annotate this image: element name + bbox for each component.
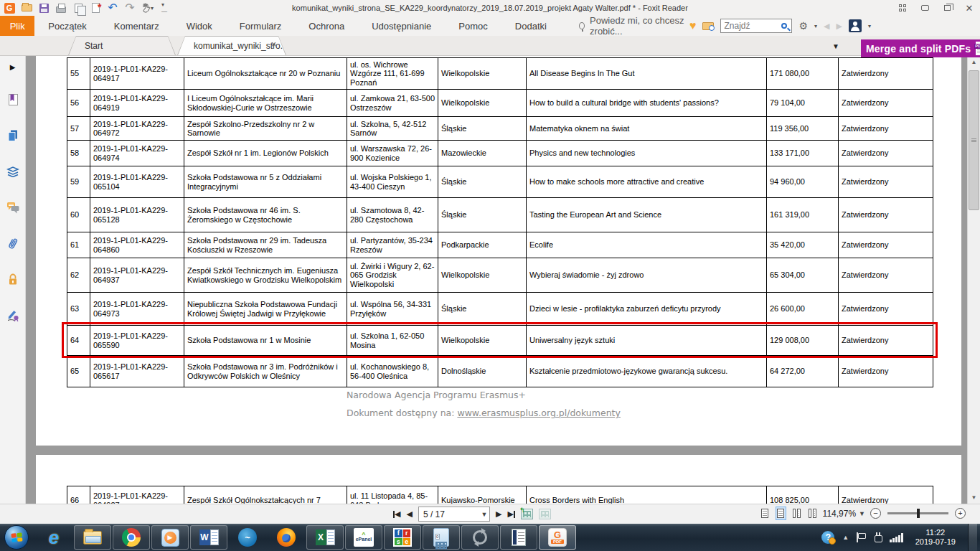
zoom-out-icon[interactable]: −: [870, 508, 881, 519]
taskbar-firefox[interactable]: [268, 525, 305, 550]
favorite-heart-icon[interactable]: ♥: [689, 20, 697, 32]
merge-split-banner[interactable]: Merge and split PDFs PDF: [861, 39, 980, 57]
ribbon-tab-7[interactable]: Pomoc: [445, 16, 501, 36]
taskbar-frse[interactable]: f r s e: [384, 525, 421, 550]
expand-panel-icon[interactable]: ▶: [10, 63, 16, 71]
account-avatar[interactable]: [849, 19, 862, 32]
cell-address: ul. Wojska Polskiego 1, 43-400 Cieszyn: [347, 166, 438, 198]
taskbar-epanel[interactable]: ^ ePanel: [345, 525, 382, 550]
show-desktop-button[interactable]: [968, 524, 977, 551]
new-document-icon[interactable]: [89, 2, 102, 14]
print-icon[interactable]: [55, 2, 67, 14]
help-tray-icon[interactable]: ?: [821, 531, 834, 544]
pdf-page-6: 662019-1-PL01-KA229-064927Zespół Szkół O…: [36, 455, 961, 504]
ribbon-tab-3[interactable]: Widok: [173, 16, 226, 36]
ribbon-tab-6[interactable]: Udostępnianie: [358, 16, 445, 36]
layout-grid-icon[interactable]: [897, 3, 908, 13]
account-caret-icon[interactable]: ▾: [868, 23, 871, 29]
tab-list-caret-icon[interactable]: ▼: [832, 42, 839, 50]
page-combo-caret-icon[interactable]: ▼: [479, 511, 489, 518]
copy-page-icon[interactable]: [72, 2, 85, 14]
last-page-icon[interactable]: ▶: [507, 509, 514, 519]
taskbar-openoffice[interactable]: ~: [229, 525, 266, 550]
save-icon[interactable]: [37, 2, 50, 14]
taskbar-calculator[interactable]: 0: [423, 525, 460, 550]
taskbar-foxit-reader[interactable]: G PDF: [539, 525, 576, 550]
start-button[interactable]: [4, 525, 29, 550]
attachments-panel-icon[interactable]: [6, 236, 20, 250]
taskbar-notes-app[interactable]: [500, 525, 537, 550]
power-plug-icon[interactable]: [873, 532, 882, 542]
document-view[interactable]: 552019-1-PL01-KA229-064917Liceum Ogólnok…: [27, 56, 967, 504]
security-panel-icon[interactable]: [6, 272, 20, 286]
minimize-icon[interactable]: [920, 3, 930, 13]
previous-view-icon[interactable]: ↰: [521, 509, 533, 519]
cell-title: Kształcenie przedmiotowo-językowe gwaran…: [527, 356, 767, 387]
next-view-icon[interactable]: [539, 509, 551, 519]
zoom-slider-handle[interactable]: [917, 509, 920, 518]
zoom-caret-icon[interactable]: ▼: [859, 510, 865, 517]
tray-expand-icon[interactable]: ▲: [842, 534, 849, 541]
folder-search-icon[interactable]: [702, 22, 714, 30]
vertical-scrollbar[interactable]: ▲ ▼: [967, 56, 980, 504]
taskbar-internet-explorer[interactable]: e: [35, 525, 72, 550]
tab-start[interactable]: Start: [68, 36, 176, 55]
signatures-panel-icon[interactable]: [6, 308, 20, 322]
network-signal-icon[interactable]: [890, 533, 903, 542]
ribbon-tab-2[interactable]: Komentarz: [100, 16, 173, 36]
scroll-down-icon[interactable]: ▼: [968, 491, 980, 504]
find-next-icon[interactable]: ▶: [837, 22, 842, 31]
open-file-icon[interactable]: [20, 2, 33, 14]
taskbar-media-player[interactable]: ▶: [151, 525, 189, 550]
hand-tool-icon[interactable]: ▾: [141, 2, 154, 14]
ribbon-tab-4[interactable]: Formularz: [226, 16, 296, 36]
taskbar-sync[interactable]: [461, 525, 499, 550]
redo-icon[interactable]: ↷: [123, 2, 136, 14]
foxit-logo-icon[interactable]: G: [3, 2, 16, 14]
page-number-combo[interactable]: 5 / 17 ▼: [418, 507, 490, 522]
zoom-slider[interactable]: [887, 512, 948, 514]
gear-icon[interactable]: ⚙: [798, 20, 808, 32]
ribbon-tab-8[interactable]: Dodatki: [501, 16, 560, 36]
scrollbar-thumb[interactable]: [969, 70, 979, 210]
taskbar-word[interactable]: W: [190, 525, 227, 550]
tray-clock[interactable]: 11:22 2019-07-19: [915, 528, 956, 547]
find-previous-icon[interactable]: ◀: [824, 22, 829, 31]
facing-view-icon[interactable]: [791, 507, 802, 520]
customize-toolbar-icon[interactable]: ▾—: [158, 2, 171, 14]
cell-region: Dolnośląskie: [438, 356, 527, 387]
scroll-up-icon[interactable]: ▲: [968, 56, 980, 68]
find-input[interactable]: [721, 21, 781, 31]
undo-icon[interactable]: ↶: [106, 2, 119, 14]
cell-status: Zatwierdzony: [839, 90, 933, 117]
zoom-percentage[interactable]: 114,97%: [823, 509, 856, 519]
restore-icon[interactable]: [942, 3, 952, 13]
comments-panel-icon[interactable]: [6, 200, 20, 215]
layers-panel-icon[interactable]: [6, 164, 20, 179]
search-icon[interactable]: [781, 23, 787, 29]
taskbar-excel[interactable]: X: [306, 525, 344, 550]
tab-close-icon[interactable]: ×: [271, 40, 276, 49]
tell-me-box[interactable]: Powiedz mi, co chcesz zrobić...: [579, 16, 689, 36]
first-page-icon[interactable]: ◀: [393, 509, 400, 519]
taskbar-file-explorer[interactable]: [74, 525, 111, 550]
footer-doc-link[interactable]: www.erasmusplus.org.pl/dokumenty: [457, 408, 620, 418]
continuous-facing-view-icon[interactable]: [807, 507, 818, 520]
gear-caret-icon[interactable]: ▾: [814, 23, 817, 29]
zoom-in-icon[interactable]: +: [955, 508, 966, 519]
previous-page-icon[interactable]: ◀: [406, 509, 412, 519]
continuous-view-icon[interactable]: [776, 507, 786, 520]
ribbon-tab-5[interactable]: Ochrona: [295, 16, 358, 36]
tell-me-text: Powiedz mi, co chcesz zrobić...: [590, 15, 689, 37]
taskbar-chrome[interactable]: [113, 525, 150, 550]
ribbon-tab-file[interactable]: Plik: [0, 16, 34, 36]
close-icon[interactable]: ✕: [964, 3, 974, 13]
tab-document[interactable]: komunikat_wyniki_stro... ×: [177, 36, 286, 55]
bookmarks-panel-icon[interactable]: [6, 93, 20, 107]
ribbon-tab-1[interactable]: Początek: [34, 16, 100, 36]
single-page-view-icon[interactable]: [760, 507, 771, 520]
next-page-icon[interactable]: ▶: [496, 509, 501, 519]
pages-panel-icon[interactable]: [6, 128, 20, 143]
action-center-flag-icon[interactable]: [857, 532, 865, 542]
cell-id: 2019-1-PL01-KA229-065617: [90, 356, 184, 387]
